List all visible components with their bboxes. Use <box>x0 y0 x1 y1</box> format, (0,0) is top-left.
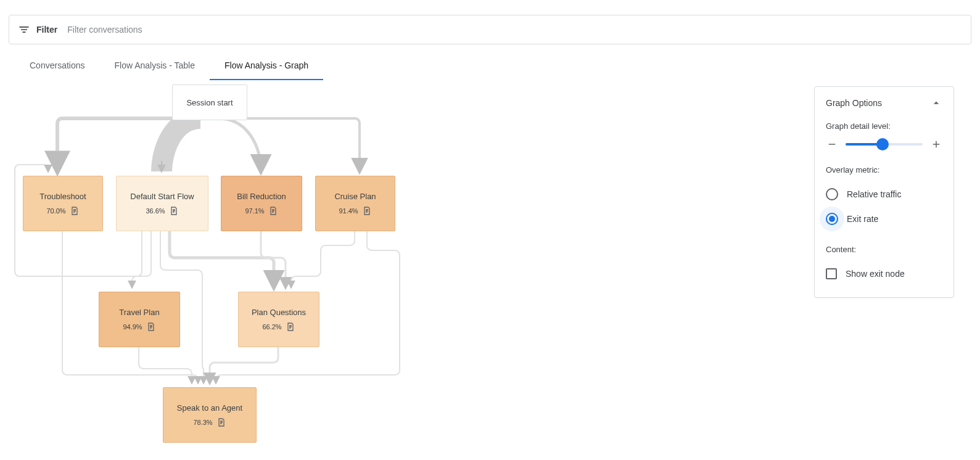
overlay-metric-label: Overlay metric: <box>826 165 942 175</box>
filter-label: Filter <box>36 25 57 35</box>
node-title: Travel Plan <box>119 308 159 317</box>
content-label: Content: <box>826 245 942 254</box>
page-icon <box>362 206 372 216</box>
node-title: Speak to an Agent <box>177 403 242 413</box>
panel-title: Graph Options <box>826 98 882 108</box>
graph-options-panel: Graph Options Graph detail level: Overla… <box>814 86 954 298</box>
node-bill-reduction[interactable]: Bill Reduction 97.1% <box>221 176 302 231</box>
node-metric: 78.3% <box>193 419 212 426</box>
checkbox-show-exit-node[interactable]: Show exit node <box>826 261 942 286</box>
node-metric: 66.2% <box>262 323 281 331</box>
node-title: Cruise Plan <box>334 192 376 201</box>
node-metric: 97.1% <box>245 207 264 215</box>
tab-flow-analysis-graph[interactable]: Flow Analysis - Graph <box>210 51 323 80</box>
node-default-start-flow[interactable]: Default Start Flow 36.6% <box>116 176 208 231</box>
radio-label: Exit rate <box>847 214 878 224</box>
page-icon <box>70 206 80 216</box>
checkbox-label: Show exit node <box>846 269 905 279</box>
tab-conversations[interactable]: Conversations <box>15 51 100 80</box>
page-icon <box>146 322 156 332</box>
page-icon <box>286 322 295 332</box>
node-title: Session start <box>186 98 233 107</box>
radio-halo <box>820 207 844 231</box>
node-metric: 91.4% <box>339 207 358 215</box>
node-title: Default Start Flow <box>130 192 194 201</box>
tabstrip: Conversations Flow Analysis - Table Flow… <box>9 51 971 81</box>
detail-level-slider[interactable] <box>846 143 923 146</box>
node-speak-to-agent[interactable]: Speak to an Agent 78.3% <box>163 387 257 443</box>
node-title: Plan Questions <box>252 308 306 317</box>
node-cruise-plan[interactable]: Cruise Plan 91.4% <box>315 176 395 231</box>
radio-exit-rate[interactable]: Exit rate <box>826 207 942 231</box>
detail-level-slider-row <box>826 138 942 150</box>
node-plan-questions[interactable]: Plan Questions 66.2% <box>238 292 319 347</box>
minus-icon[interactable] <box>826 138 838 150</box>
filter-input[interactable] <box>66 24 962 35</box>
plus-icon[interactable] <box>930 138 942 150</box>
node-travel-plan[interactable]: Travel Plan 94.9% <box>99 292 180 347</box>
radio-icon <box>826 188 838 200</box>
tab-flow-analysis-table[interactable]: Flow Analysis - Table <box>100 51 210 80</box>
node-metric: 94.9% <box>123 323 142 331</box>
radio-relative-traffic[interactable]: Relative traffic <box>826 182 942 207</box>
overlay-metric-radio-group: Relative traffic Exit rate <box>826 182 942 231</box>
page-icon <box>268 206 278 216</box>
page-icon <box>169 206 179 216</box>
node-troubleshoot[interactable]: Troubleshoot 70.0% <box>23 176 103 231</box>
chevron-up-icon[interactable] <box>930 97 942 109</box>
node-session-start[interactable]: Session start <box>172 84 247 120</box>
slider-thumb[interactable] <box>876 138 889 150</box>
node-title: Troubleshoot <box>39 192 86 201</box>
detail-level-label: Graph detail level: <box>826 121 942 131</box>
node-title: Bill Reduction <box>237 192 286 201</box>
page-icon <box>216 417 226 427</box>
filter-bar: Filter <box>9 15 971 44</box>
checkbox-icon <box>826 268 837 279</box>
filter-icon <box>18 23 30 36</box>
radio-label: Relative traffic <box>847 189 901 199</box>
node-metric: 70.0% <box>46 207 65 215</box>
node-metric: 36.6% <box>146 207 165 215</box>
